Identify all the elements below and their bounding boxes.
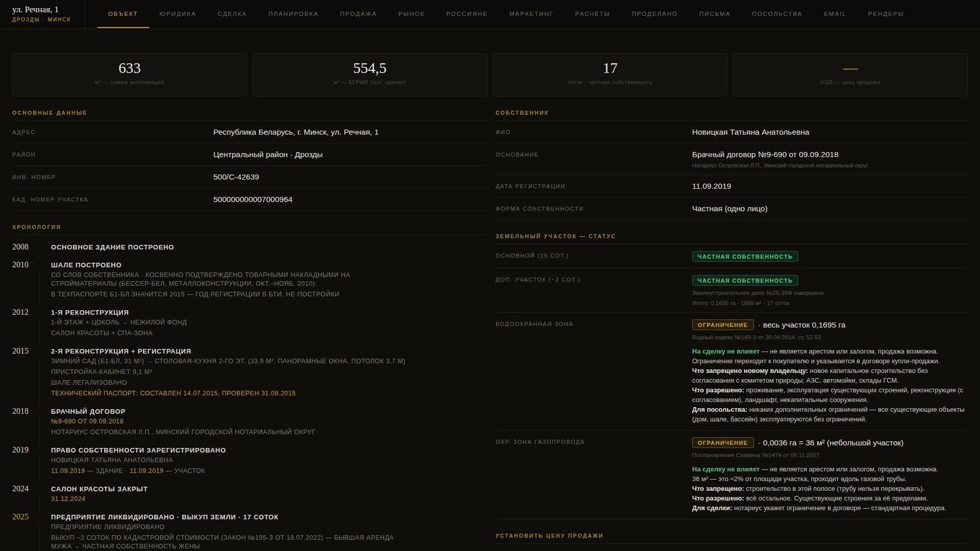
section-heading-chronology: ХРОНОЛОГИЯ xyxy=(12,224,487,235)
nav-tab[interactable]: ПЛАНИРОВКА xyxy=(258,0,329,28)
deal-impact-lead: На сделку не влияет xyxy=(692,465,760,473)
land-paragraph: Для посольства: никаких дополнительных о… xyxy=(692,405,968,424)
timeline-title: ШАЛЕ ПОСТРОЕНО xyxy=(51,260,487,269)
timeline-line: ЗИМНИЙ САД (Б1-БЛ, 31 М²) → СТОЛОВАЯ-КУХ… xyxy=(51,357,408,366)
timeline-date-gold: ТЕХНИЧЕСКИЙ ПАСПОРТ: СОСТАВЛЕН 14.07.201… xyxy=(51,390,296,397)
land-row-value: ОГРАНИЧЕНИЕ· 0,0036 га = 36 м² (небольшо… xyxy=(692,437,968,513)
nav-tab[interactable]: ПОСОЛЬСТВА xyxy=(742,0,814,28)
rule-lead: Что запрещено новому владельцу: xyxy=(692,367,808,374)
nav-tab[interactable]: ПРОДЕЛАНО xyxy=(621,0,689,28)
row-value-cell: Новицкая Татьяна Анатольевна xyxy=(692,128,968,137)
nav-tab[interactable]: СДЕЛКА xyxy=(207,0,258,28)
stat-label: м² — сумма экспликаций xyxy=(13,79,247,85)
nav-tab[interactable]: РАСЧЁТЫ xyxy=(565,0,621,28)
timeline-text: — ЗДАНИЕ · xyxy=(85,467,130,474)
timeline-text: В ТЕХПАСПОРТЕ Б1-БЛ ЗНАЧИТСЯ 2015 — ГОД … xyxy=(51,291,339,298)
timeline-text: САЛОН КРАСОТЫ + СПА-ЗОНА xyxy=(51,330,153,337)
land-paragraph: Что запрещено новому владельцу: новое ка… xyxy=(692,366,968,385)
timeline-body: 2-Я РЕКОНСТРУКЦИЯ + РЕГИСТРАЦИЯЗИМНИЙ СА… xyxy=(51,346,487,398)
stat-label: м² — ЕГРНИ (осн. здание) xyxy=(253,79,487,85)
data-row: АДРЕСРеспублика Беларусь, г. Минск, ул. … xyxy=(12,121,487,143)
row-value: Республика Беларусь, г. Минск, ул. Речна… xyxy=(213,128,487,137)
nav-tab[interactable]: МАРКЕТИНГ xyxy=(499,0,565,28)
timeline-title: БРАЧНЫЙ ДОГОВОР xyxy=(51,407,487,415)
rule-lead: Что разрешено: xyxy=(692,386,744,394)
stat-value: — xyxy=(733,60,967,76)
rule-lead: Что разрешено: xyxy=(692,494,744,502)
timeline-year: 2019 xyxy=(12,445,32,475)
stat-value: 633 xyxy=(13,60,247,76)
row-value-cell: 500000000007000964 xyxy=(213,195,487,204)
nav-tab[interactable]: РОССИЯНЕ xyxy=(435,0,499,28)
timeline-title: ОСНОВНОЕ ЗДАНИЕ ПОСТРОЕНО xyxy=(51,242,487,251)
timeline-line: ПРЕДПРИЯТИЕ ЛИКВИДИРОВАНО xyxy=(51,523,408,532)
land-paragraph: Ограничение переходит к покупателю и ука… xyxy=(692,356,968,366)
left-column: ОСНОВНЫЕ ДАННЫЕ АДРЕСРеспублика Беларусь… xyxy=(12,96,487,551)
timeline-text: ПРЕДПРИЯТИЕ ЛИКВИДИРОВАНО xyxy=(51,523,164,531)
land-row: ВОДООХРАННАЯ ЗОНАОГРАНИЧЕНИЕ· весь участ… xyxy=(496,313,968,431)
nav-tab[interactable]: ПИСЬМА xyxy=(689,0,741,28)
timeline-year: 2008 xyxy=(12,242,32,252)
timeline-text: НОТАРИУС ОСТРОВСКАЯ Л.П., МИНСКИЙ ГОРОДС… xyxy=(51,429,315,436)
land-paragraph: 36 м² — это ≈2% от площади участка, прох… xyxy=(692,474,968,484)
timeline-text: — УЧАСТОК xyxy=(164,467,205,474)
timeline-line: СО СЛОВ СОБСТВЕННИКА · КОСВЕННО ПОДТВЕРЖ… xyxy=(51,271,408,288)
land-paragraph: Что запрещено: строительство в этой поло… xyxy=(692,484,968,493)
timeline-year: 2018 xyxy=(12,407,32,437)
land-paragraph: Что разрешено: проживание, эксплуатация … xyxy=(692,385,968,405)
land-row: ОХР. ЗОНА ГАЗОПРОВОДАОГРАНИЧЕНИЕ· 0,0036… xyxy=(496,431,968,519)
timeline-year: 2024 xyxy=(12,484,32,504)
owner-rows: ФИОНовицкая Татьяна АнатольевнаОСНОВАНИЕ… xyxy=(496,121,968,220)
timeline-date-gold: 31.12.2024 xyxy=(51,495,86,503)
timeline-line: ВЫКУП ~2 СОТОК ПО КАДАСТРОВОЙ СТОИМОСТИ … xyxy=(51,534,408,551)
land-row-value: ЧАСТНАЯ СОБСТВЕННОСТЬ xyxy=(692,251,968,262)
section-heading-land-status: ЗЕМЕЛЬНЫЙ УЧАСТОК — СТАТУС xyxy=(496,233,968,244)
property-brand: ул. Речная, 1 ДРОЗДЫ · МИНСК xyxy=(0,0,85,28)
rule-lead: Для посольства: xyxy=(692,406,747,413)
row-value-cell: Республика Беларусь, г. Минск, ул. Речна… xyxy=(213,128,487,137)
stat-card: 17соток · частная собственность xyxy=(493,54,728,96)
timeline-year: 2010 xyxy=(12,260,32,299)
nav-tab[interactable]: ПРОДАЖА xyxy=(330,0,388,28)
nav-tab[interactable]: EMAIL xyxy=(813,0,857,28)
nav-tab[interactable]: РЫНОК xyxy=(388,0,436,28)
row-label: АДРЕС xyxy=(12,128,213,135)
timeline-body: БРАЧНЫЙ ДОГОВОР№9-690 ОТ 09.09.2018НОТАР… xyxy=(51,407,487,437)
timeline-event: 20152-Я РЕКОНСТРУКЦИЯ + РЕГИСТРАЦИЯЗИМНИ… xyxy=(12,346,487,407)
nav-tab[interactable]: ЮРИДИКА xyxy=(149,0,207,28)
stat-card: 633м² — сумма экспликаций xyxy=(12,54,247,96)
land-note: Землеустроительное дело №25-39Ф завершен… xyxy=(692,290,968,296)
row-value-cell: 11.09.2019 xyxy=(692,182,968,191)
timeline-text: НОВИЦКАЯ ТАТЬЯНА АНАТОЛЬЕВНА xyxy=(51,457,173,464)
data-row: ДАТА РЕГИСТРАЦИИ11.09.2019 xyxy=(496,175,968,197)
row-value-cell: Частная (одно лицо) xyxy=(692,204,968,213)
nav-tab[interactable]: РЕНДЕРЫ xyxy=(857,0,915,28)
timeline-event: 2008ОСНОВНОЕ ЗДАНИЕ ПОСТРОЕНО xyxy=(12,242,487,260)
timeline-line: НОВИЦКАЯ ТАТЬЯНА АНАТОЛЬЕВНА xyxy=(51,456,408,465)
timeline-line: ШАЛЕ ЛЕГАЛИЗОВАНО xyxy=(51,379,408,387)
timeline-text: ЗИМНИЙ САД (Б1-БЛ, 31 М²) → СТОЛОВАЯ-КУХ… xyxy=(51,358,406,365)
timeline-line: 1-Й ЭТАЖ + ЦОКОЛЬ → НЕЖИЛОЙ ФОНД xyxy=(51,318,408,327)
stat-label: USD — цена продажи xyxy=(733,79,967,85)
row-note: Нотариус Островская Л.П., Минский городс… xyxy=(692,162,968,168)
stat-card: 554,5м² — ЕГРНИ (осн. здание) xyxy=(253,54,487,96)
row-label: ФИО xyxy=(496,128,692,135)
badge-line: ЧАСТНАЯ СОБСТВЕННОСТЬ xyxy=(692,251,968,262)
page-title: ул. Речная, 1 xyxy=(12,5,79,15)
stats-row: 633м² — сумма экспликаций554,5м² — ЕГРНИ… xyxy=(12,54,968,96)
nav-tab[interactable]: ОБЪЕКТ xyxy=(97,0,149,28)
timeline-text: 1-Й ЭТАЖ + ЦОКОЛЬ → НЕЖИЛОЙ ФОНД xyxy=(51,319,187,326)
section-heading-owner: СОБСТВЕННИК xyxy=(496,110,968,121)
land-paragraph: На сделку не влияет — не является аресто… xyxy=(692,346,968,356)
timeline-body: ПРЕДПРИЯТИЕ ЛИКВИДИРОВАНО · ВЫКУП ЗЕМЛИ … xyxy=(51,512,487,551)
land-paragraphs: На сделку не влияет — не является аресто… xyxy=(692,464,968,513)
right-column: СОБСТВЕННИК ФИОНовицкая Татьяна Анатолье… xyxy=(496,96,968,551)
content: ОСНОВНЫЕ ДАННЫЕ АДРЕСРеспублика Беларусь… xyxy=(12,96,968,551)
data-row: ИНВ. НОМЕР500/C-42639 xyxy=(12,166,487,188)
land-paragraph: Для сделки: нотариус укажет ограничение … xyxy=(692,503,968,513)
timeline-body: САЛОН КРАСОТЫ ЗАКРЫТ31.12.2024 xyxy=(51,484,487,504)
data-row: ФИОНовицкая Татьяна Анатольевна xyxy=(496,121,968,143)
land-row-value: ОГРАНИЧЕНИЕ· весь участок 0,1695 гаВодны… xyxy=(692,319,968,424)
timeline-event: 2024САЛОН КРАСОТЫ ЗАКРЫТ31.12.2024 xyxy=(12,484,487,512)
land-row: ДОП. УЧАСТОК (~2 СОТ.)ЧАСТНАЯ СОБСТВЕННО… xyxy=(496,268,968,313)
